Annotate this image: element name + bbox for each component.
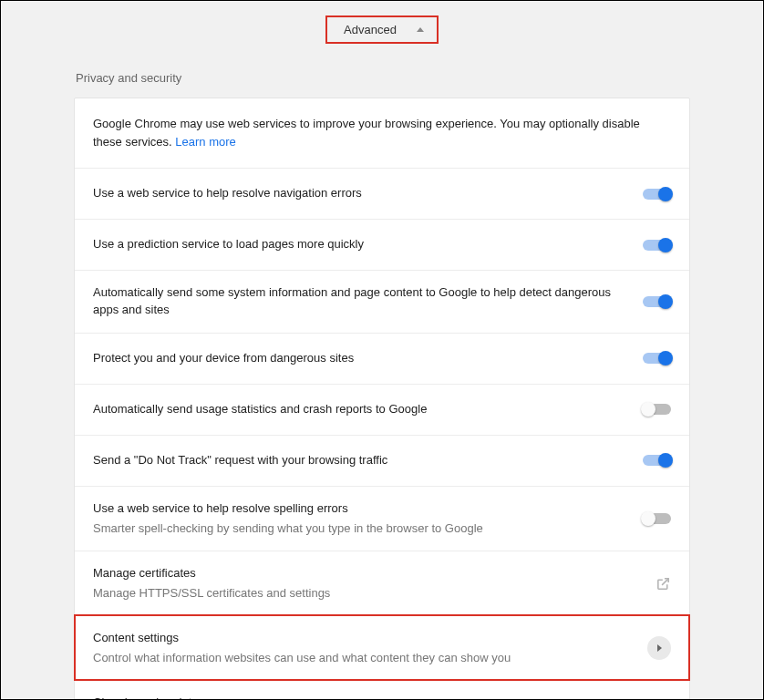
toggle-spelling[interactable] [643, 513, 671, 524]
row-title: Clear browsing data [93, 695, 642, 700]
privacy-settings-card: Google Chrome may use web services to im… [74, 98, 690, 700]
row-title: Automatically send usage statistics and … [93, 401, 630, 418]
row-title: Send a "Do Not Track" request with your … [93, 452, 630, 469]
intro-text: Google Chrome may use web services to im… [93, 115, 671, 151]
row-protect: Protect you and your device from dangero… [75, 333, 689, 384]
toggle-usage-stats[interactable] [643, 404, 671, 415]
row-spelling: Use a web service to help resolve spelli… [75, 486, 689, 551]
chevron-up-icon [417, 27, 424, 32]
row-title: Manage certificates [93, 565, 642, 582]
row-content-settings[interactable]: Content settings Control what informatio… [75, 615, 689, 680]
row-title: Use a web service to help resolve naviga… [93, 185, 630, 202]
row-title: Use a web service to help resolve spelli… [93, 500, 630, 518]
open-external-icon [655, 575, 671, 592]
row-title: Protect you and your device from dangero… [93, 350, 630, 367]
row-nav-errors: Use a web service to help resolve naviga… [75, 168, 689, 219]
row-prediction: Use a prediction service to load pages m… [75, 219, 689, 270]
section-heading-privacy: Privacy and security [76, 71, 690, 85]
learn-more-link[interactable]: Learn more [175, 135, 235, 149]
row-dnt: Send a "Do Not Track" request with your … [75, 435, 689, 486]
row-clear-browsing-data[interactable]: Clear browsing data Clear history, cooki… [75, 680, 689, 700]
row-title: Use a prediction service to load pages m… [93, 236, 630, 253]
advanced-toggle-button[interactable]: Advanced [325, 15, 439, 44]
row-safe-content: Automatically send some system informati… [75, 270, 689, 333]
row-title: Automatically send some system informati… [93, 284, 630, 319]
row-sub: Manage HTTPS/SSL certificates and settin… [93, 585, 642, 602]
row-title: Content settings [93, 630, 638, 647]
intro-row: Google Chrome may use web services to im… [75, 98, 689, 168]
chevron-right-icon [647, 636, 671, 660]
toggle-nav-errors[interactable] [643, 189, 671, 200]
row-sub: Control what information websites can us… [93, 650, 638, 666]
row-sub: Smarter spell-checking by sending what y… [93, 520, 630, 537]
row-manage-certificates[interactable]: Manage certificates Manage HTTPS/SSL cer… [75, 551, 689, 615]
toggle-prediction[interactable] [643, 240, 671, 251]
toggle-protect[interactable] [643, 353, 671, 364]
row-usage-stats: Automatically send usage statistics and … [75, 384, 689, 435]
advanced-label: Advanced [344, 23, 397, 36]
toggle-safe-content[interactable] [643, 296, 671, 307]
toggle-dnt[interactable] [643, 455, 671, 466]
